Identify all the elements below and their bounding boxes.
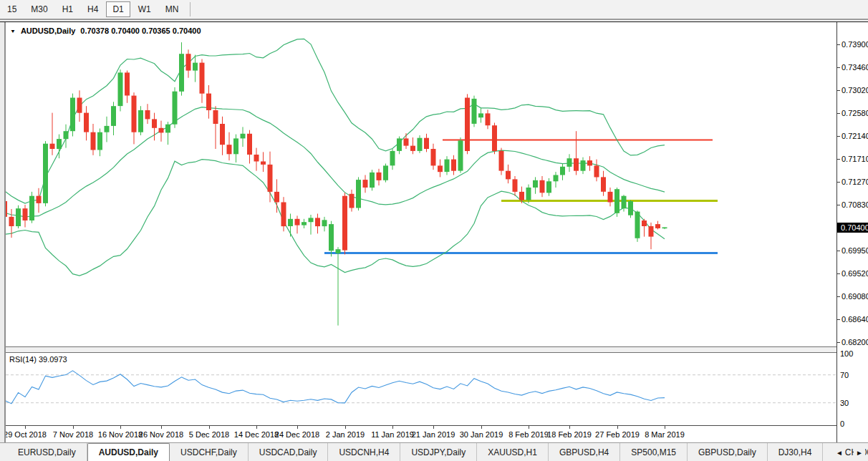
chart-title: ▼ AUDUSD,Daily 0.70378 0.70400 0.70365 0… xyxy=(10,26,201,35)
price-tick-mark xyxy=(837,67,840,68)
candle-body xyxy=(519,192,524,200)
candle-body xyxy=(206,94,211,110)
date-tick-mark xyxy=(392,426,393,429)
price-chart-canvas[interactable] xyxy=(6,23,836,346)
candle-body xyxy=(57,139,62,149)
candle-body xyxy=(173,92,178,125)
candle-body xyxy=(445,160,450,173)
chart-symbol-label: AUDUSD,Daily xyxy=(21,26,75,35)
chart-tab-sp500[interactable]: SP500,M15 xyxy=(620,443,688,461)
chart-tab-usdcad[interactable]: USDCAD,Daily xyxy=(249,443,329,461)
rsi-canvas[interactable] xyxy=(6,353,836,425)
candle-body xyxy=(546,181,551,193)
candle-body xyxy=(397,138,402,151)
candle-body xyxy=(288,219,293,226)
date-tick-mark xyxy=(73,426,74,429)
candle-body xyxy=(64,131,69,139)
price-axis[interactable]: 0.739000.734600.730200.725800.721400.717… xyxy=(836,22,868,443)
candle-body xyxy=(336,249,341,253)
candle-body xyxy=(179,54,184,92)
chart-tab-gbpusd[interactable]: GBPUSD,H4 xyxy=(549,443,620,461)
rsi-panel[interactable]: RSI(14) 39.0973 xyxy=(6,353,836,425)
panel-divider[interactable] xyxy=(6,346,836,353)
candle-body xyxy=(574,158,579,171)
price-tick-mark xyxy=(837,251,840,251)
date-axis-label: 21 Jan 2019 xyxy=(412,430,455,439)
price-chart-panel[interactable]: ▼ AUDUSD,Daily 0.70378 0.70400 0.70365 0… xyxy=(6,23,836,346)
candle-body xyxy=(233,138,238,154)
timeframe-button-m30[interactable]: M30 xyxy=(24,1,54,17)
candle-body xyxy=(268,165,273,192)
candle-body xyxy=(478,113,483,117)
candle-body xyxy=(390,151,395,165)
bollinger-lower-line[interactable] xyxy=(6,160,665,276)
candle-body xyxy=(458,140,463,170)
candle-body xyxy=(662,228,667,229)
candle-body xyxy=(213,110,218,124)
candle-body xyxy=(356,180,361,208)
timeframe-toolbar: 15 M30 H1 H4 D1 W1 MN xyxy=(0,0,868,20)
candle-body xyxy=(655,224,660,228)
chart-tab-gbpusd[interactable]: GBPUSD,Daily xyxy=(688,443,768,461)
candle-body xyxy=(322,220,327,226)
candle-body xyxy=(377,173,382,180)
candle-body xyxy=(254,155,259,162)
price-axis-label: 0.72140 xyxy=(842,132,868,140)
candle-body xyxy=(84,113,89,132)
date-axis[interactable]: 29 Oct 20187 Nov 201816 Nov 201826 Nov 2… xyxy=(6,425,836,443)
candle-body xyxy=(6,201,7,217)
candle-body xyxy=(472,99,477,124)
candle-body xyxy=(165,125,170,133)
candle-body xyxy=(594,165,599,177)
candle-body xyxy=(9,217,14,226)
timeframe-button-d1[interactable]: D1 xyxy=(106,1,130,17)
candle-body xyxy=(499,151,504,171)
chart-tab-usdchf[interactable]: USDCHF,Daily xyxy=(170,443,249,461)
chart-tab-usdcnh[interactable]: USDCNH,H4 xyxy=(328,443,400,461)
date-axis-label: 8 Mar 2019 xyxy=(645,430,685,439)
chart-tab-xauusd[interactable]: XAUUSD,H1 xyxy=(477,443,549,461)
timeframe-button-mn[interactable]: MN xyxy=(159,1,185,17)
candle-body xyxy=(649,226,654,237)
candle-body xyxy=(281,203,286,227)
chart-tab-eurusd[interactable]: EURUSD,Daily xyxy=(7,443,87,461)
date-axis-label: 11 Jan 2019 xyxy=(371,430,414,439)
price-tick-mark xyxy=(837,205,840,205)
date-axis-label: 30 Jan 2019 xyxy=(460,430,503,439)
chart-tab-usdjpy[interactable]: USDJPY,Daily xyxy=(400,443,477,461)
date-tick-mark xyxy=(569,426,570,429)
price-axis-label: 0.71710 xyxy=(842,155,868,163)
price-axis-label: 0.73460 xyxy=(842,63,868,72)
candle-body xyxy=(16,208,21,226)
timeframe-button-h1[interactable]: H1 xyxy=(56,1,79,17)
price-axis-label: 0.69080 xyxy=(842,292,868,301)
candle-body xyxy=(186,54,191,70)
chart-tab-audusd[interactable]: AUDUSD,Daily xyxy=(87,443,170,461)
tab-scroll-left-icon[interactable]: ◄ xyxy=(834,443,845,461)
candle-body xyxy=(111,106,116,126)
price-tick-mark xyxy=(837,319,840,320)
candle-body xyxy=(274,192,279,203)
candle-body xyxy=(492,125,497,151)
bollinger-upper-line[interactable] xyxy=(6,39,665,203)
date-tick-mark xyxy=(120,426,121,429)
date-tick-mark xyxy=(481,426,482,429)
candle-body xyxy=(438,165,443,172)
timeframe-button-m15[interactable]: 15 xyxy=(1,1,23,17)
timeframe-button-h4[interactable]: H4 xyxy=(81,1,105,17)
chart-ohlc-values: 0.70378 0.70400 0.70365 0.70400 xyxy=(80,26,201,35)
mt4-window: 15 M30 H1 H4 D1 W1 MN ▼ AUDUSD,Daily 0.7… xyxy=(0,0,868,461)
candle-body xyxy=(138,110,143,132)
symbol-dropdown-icon[interactable]: ▼ xyxy=(10,28,16,34)
candle-body xyxy=(159,128,164,133)
candle-body xyxy=(404,138,409,145)
tab-scroll-right-icon[interactable]: ► xyxy=(854,443,865,461)
candle-body xyxy=(363,180,368,188)
candle-body xyxy=(370,173,375,188)
price-axis-label: 0.68200 xyxy=(842,338,868,346)
chart-tab-dj30[interactable]: DJ30,H4 xyxy=(768,443,824,461)
rsi-line[interactable] xyxy=(6,371,665,404)
timeframe-button-w1[interactable]: W1 xyxy=(132,1,158,17)
chart-window: ▼ AUDUSD,Daily 0.70378 0.70400 0.70365 0… xyxy=(0,21,868,442)
candle-body xyxy=(132,96,137,132)
